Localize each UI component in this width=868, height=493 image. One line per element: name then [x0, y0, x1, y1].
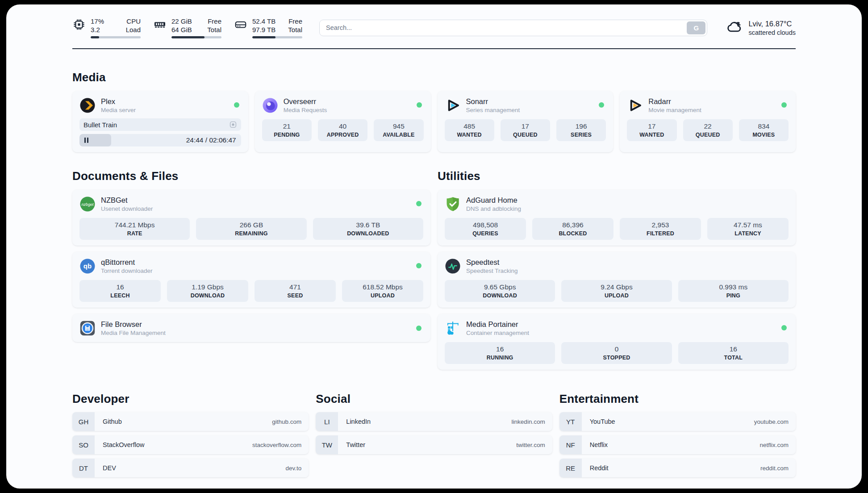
app-name: Plex: [101, 97, 136, 106]
app-name: Sonarr: [466, 97, 520, 106]
now-playing-row: Bullet Train: [79, 118, 241, 131]
app-name: NZBGet: [101, 196, 153, 205]
cast-icon[interactable]: [229, 121, 237, 129]
stat-stopped: 0 STOPPED: [561, 342, 672, 364]
disk-progress-track: [252, 36, 302, 38]
link-github[interactable]: GH Github github.com: [72, 412, 309, 431]
stat-downloaded: 39.6 TB DOWNLOADED: [313, 218, 423, 240]
section-title-entertainment: Entertainment: [559, 392, 796, 406]
stat-ping: 0.993 ms PING: [678, 280, 789, 302]
status-online-dot: [234, 102, 239, 108]
card-sonarr[interactable]: Sonarr Series management 485 WANTED 17 Q…: [438, 91, 613, 152]
app-subtitle: Movie management: [648, 107, 701, 113]
playback-progress: 24:44 / 02:06:47: [79, 134, 241, 146]
entertainment-column: Entertainment YT YouTube youtube.com NF …: [559, 392, 796, 477]
app-subtitle: Media Requests: [284, 107, 327, 113]
link-badge: NF: [559, 435, 582, 454]
card-overseerr[interactable]: Overseerr Media Requests 21 PENDING 40 A…: [255, 91, 431, 152]
cpu-usage-value: 17%: [91, 17, 104, 25]
nzbget-icon: nzbget: [79, 196, 96, 212]
link-badge: TW: [316, 435, 338, 454]
utilities-column: Utilities AdGu: [438, 169, 796, 370]
link-youtube[interactable]: YT YouTube youtube.com: [559, 412, 796, 431]
status-online-dot: [416, 201, 421, 206]
stat-queued: 22 QUEUED: [683, 119, 733, 141]
stat-download: 1.19 Gbps DOWNLOAD: [167, 280, 248, 302]
stat-wanted: 17 WANTED: [627, 119, 676, 141]
status-online-dot: [416, 326, 421, 331]
developer-column: Developer GH Github github.com SO StackO…: [72, 392, 309, 477]
cpu-load-label: Load: [126, 25, 141, 34]
card-adguard[interactable]: AdGuard Home DNS and adblocking 498,508 …: [438, 190, 796, 246]
ram-icon: [153, 18, 167, 31]
stat-total: 16 TOTAL: [678, 342, 789, 364]
card-radarr[interactable]: Radarr Movie management 17 WANTED 22 QUE…: [620, 91, 796, 152]
now-playing-title: Bullet Train: [83, 121, 117, 129]
card-qbittorrent[interactable]: qb qBittorrent Torrent downloader 16: [72, 252, 430, 308]
stat-blocked: 86,396 BLOCKED: [532, 218, 613, 240]
stat-seed: 471 SEED: [255, 280, 336, 302]
stat-queued: 17 QUEUED: [501, 119, 550, 141]
card-plex[interactable]: Plex Media server Bullet Train: [72, 91, 248, 152]
stat-approved: 40 APPROVED: [318, 119, 367, 141]
stat-running: 16 RUNNING: [445, 342, 555, 364]
link-reddit[interactable]: RE Reddit reddit.com: [559, 459, 796, 477]
app-subtitle: Series management: [466, 107, 520, 113]
qbittorrent-icon: qb: [79, 258, 96, 274]
card-speedtest[interactable]: Speedtest Speedtest Tracking 9.65 Gbps D…: [438, 252, 796, 308]
search-input[interactable]: [319, 20, 707, 36]
link-linkedin[interactable]: LI LinkedIn linkedin.com: [316, 412, 552, 431]
link-dev[interactable]: DT DEV dev.to: [72, 459, 309, 477]
memory-progress-track: [171, 36, 221, 38]
stat-leech: 16 LEECH: [79, 280, 161, 302]
app-subtitle: Usenet downloader: [101, 205, 153, 212]
memory-total-value: 64 GiB: [171, 25, 192, 34]
app-name: Speedtest: [466, 258, 518, 267]
adguard-icon: [445, 196, 461, 212]
documents-column: Documents & Files nzbget NZBGet Usenet d…: [72, 169, 430, 342]
weather-location-temp: Lviv, 16.87°C: [748, 20, 796, 28]
section-title-utilities: Utilities: [438, 169, 796, 183]
sonarr-icon: [445, 97, 461, 113]
stat-upload: 618.52 Mbps UPLOAD: [342, 280, 423, 302]
app-name: Media Portainer: [466, 320, 529, 329]
cpu-usage-label: CPU: [126, 17, 141, 25]
link-twitter[interactable]: TW Twitter twitter.com: [316, 435, 552, 454]
link-badge: SO: [72, 435, 95, 454]
disk-stat: 52.4 TB 97.9 TB Free Total: [234, 17, 302, 38]
disk-icon: [234, 18, 247, 31]
system-stats: 17% 3.2 CPU Load: [72, 17, 302, 38]
app-name: qBittorrent: [101, 258, 153, 267]
search-engine-button[interactable]: G: [687, 21, 705, 34]
status-online-dot: [781, 325, 787, 330]
memory-progress-fill: [171, 36, 204, 38]
memory-total-label: Total: [207, 25, 221, 34]
stat-rate: 744.21 Mbps RATE: [79, 218, 190, 240]
card-portainer[interactable]: Media Portainer Container management 16 …: [438, 314, 796, 370]
card-filebrowser[interactable]: File Browser Media File Management: [72, 314, 430, 342]
top-bar: 17% 3.2 CPU Load: [72, 4, 796, 38]
link-stackoverflow[interactable]: SO StackOverflow stackoverflow.com: [72, 435, 309, 454]
section-title-developer: Developer: [72, 392, 309, 406]
link-badge: YT: [559, 412, 582, 431]
section-title-media: Media: [72, 71, 796, 84]
section-title-documents: Documents & Files: [72, 169, 430, 183]
portainer-icon: [445, 320, 461, 336]
link-badge: DT: [72, 459, 95, 477]
memory-stat: 22 GiB 64 GiB Free Total: [153, 17, 221, 38]
social-column: Social LI LinkedIn linkedin.com TW Twitt…: [316, 392, 552, 454]
header-divider: [72, 48, 796, 49]
stat-remaining: 266 GB REMAINING: [196, 218, 306, 240]
link-netflix[interactable]: NF Netflix netflix.com: [559, 435, 796, 454]
pause-icon[interactable]: [84, 138, 88, 143]
radarr-icon: [627, 97, 643, 113]
stat-movies: 834 MOVIES: [739, 119, 789, 141]
stat-series: 196 SERIES: [556, 119, 606, 141]
playback-time: 24:44 / 02:06:47: [186, 136, 236, 144]
card-nzbget[interactable]: nzbget NZBGet Usenet downloader 744.21 M…: [72, 190, 430, 246]
cpu-progress-fill: [91, 36, 99, 38]
cpu-icon: [72, 18, 86, 31]
cpu-progress-track: [91, 36, 141, 38]
memory-free-label: Free: [207, 17, 221, 25]
app-subtitle: Container management: [466, 330, 529, 336]
